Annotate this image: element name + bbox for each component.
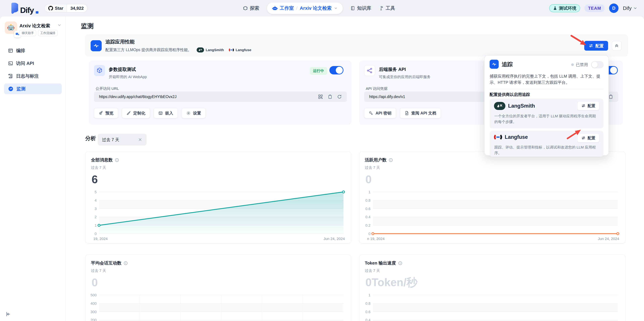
document-icon (404, 111, 409, 115)
pulse-icon (93, 42, 99, 49)
svg-text:400: 400 (90, 301, 97, 306)
dify-logo[interactable]: Dify (10, 2, 38, 14)
svg-text:0: 0 (95, 232, 97, 236)
logo-underscore (36, 11, 38, 13)
provider-desc: 一个全方位的开发者平台，适用于 LLM 驱动应用程序生命周期的每个步骤。 (494, 113, 599, 125)
chart-total-value: 6 (92, 171, 98, 187)
webapp-toggle[interactable] (330, 66, 344, 74)
sidebar-item-orchestrate[interactable]: 编排 (4, 45, 62, 56)
langsmith-config-button[interactable]: 配置 (577, 101, 599, 110)
app-name[interactable]: Arxiv 论文检索 (20, 23, 55, 29)
public-url-value[interactable]: https://dev.udify.app/chat/6togyEHYtbEOv… (99, 94, 318, 99)
webapp-card-title: 参数提取测试 (109, 66, 136, 72)
nav-explore[interactable]: 探索 (243, 5, 259, 11)
api-key-button[interactable]: API 密钥 (364, 108, 396, 118)
langfuse-chip: Langfuse (229, 47, 251, 52)
svg-text:0: 0 (368, 232, 370, 236)
banner-collapse-button[interactable] (612, 41, 622, 51)
chevron-down-icon[interactable] (58, 23, 62, 27)
nav-tools[interactable]: 工具 (379, 5, 395, 11)
langfuse-label: Langfuse (236, 48, 251, 52)
sidebar-collapse-button[interactable] (4, 310, 12, 318)
settings-label: 设置 (193, 110, 201, 116)
tracing-status-label: 已禁用 (576, 62, 588, 67)
info-icon (388, 158, 393, 162)
breadcrumb-slash: / (296, 6, 297, 11)
token-speed-chart: 0 0.2 0.4 0.6 0.8 1 (363, 293, 621, 321)
close-icon[interactable] (138, 137, 142, 142)
robot-icon (272, 6, 278, 11)
tracing-section-label: 配置提供商以启用追踪 (490, 92, 530, 97)
nav-studio[interactable]: 工作室 (272, 5, 294, 11)
sliders-icon (581, 136, 586, 140)
banner-config-button[interactable]: 配置 (584, 41, 608, 51)
refresh-icon[interactable] (337, 94, 342, 99)
tracing-toggle[interactable] (591, 61, 604, 68)
chart-total-value: 0 (366, 171, 372, 187)
sidebar-item-monitoring[interactable]: 监测 (4, 83, 62, 94)
sidebar-item-logs[interactable]: 日志与标注 (4, 71, 62, 81)
nav-knowledge[interactable]: 知识库 (350, 5, 371, 11)
banner-desc: 配置第三方 LLMOps 提供商并跟踪应用程序性能。 (106, 47, 192, 52)
key-icon (369, 111, 373, 115)
sidebar-item-label: 日志与标注 (16, 73, 39, 79)
customize-button[interactable]: 定制化 (122, 108, 150, 118)
api-docs-button[interactable]: 查阅 API 文档 (400, 108, 441, 118)
info-icon (124, 261, 128, 265)
tracing-title: 追踪 (502, 61, 513, 68)
period-filter[interactable]: 过去 7 天 (98, 134, 147, 145)
chart-title: 全部消息数 (91, 157, 113, 163)
page-title: 监测 (81, 22, 94, 30)
embed-button[interactable]: 嵌入 (154, 108, 178, 118)
chevron-down-icon[interactable] (334, 6, 338, 10)
svg-text:200: 200 (90, 318, 97, 321)
langfuse-config-button[interactable]: 配置 (577, 133, 599, 142)
github-star-badge[interactable]: Star 34,922 (44, 4, 88, 12)
sidebar-item-api[interactable]: 访问 API (4, 58, 62, 69)
banner-title: 追踪应用性能 (106, 38, 134, 45)
webapp-card-icon (94, 65, 105, 76)
nav-current-app[interactable]: Arxiv 论文检索 (300, 5, 332, 11)
layout-icon (8, 48, 13, 53)
langsmith-chip: LangSmith (197, 47, 224, 52)
api-key-label: API 密钥 (376, 110, 392, 116)
public-url-label: 公开访问 URL (96, 86, 119, 91)
provider-desc: 跟踪、评估、提示管理和指标，以调试和改进您的 LLM 应用程序。 (494, 144, 599, 156)
app-tag-workflow: 工作流编排 (38, 30, 58, 36)
embed-code-icon (158, 111, 163, 115)
svg-text:0.6: 0.6 (365, 207, 370, 211)
svg-text:Jun 24, 2024: Jun 24, 2024 (598, 237, 619, 241)
sidebar-menu: 编排 访问 API 日志与标注 监测 (4, 45, 62, 94)
banner-config-label: 配置 (595, 43, 604, 49)
chart-title: 活跃用户数 (365, 157, 386, 163)
chart-title: Token 输出速度 (365, 260, 396, 266)
copy-icon[interactable] (608, 94, 613, 99)
public-url-bar: https://dev.udify.app/chat/6togyEHYtbEOv… (94, 91, 347, 102)
preview-button[interactable]: 预览 (94, 108, 118, 118)
qr-code-icon[interactable] (318, 94, 323, 99)
chart-total-value: 0 (92, 275, 98, 290)
settings-button[interactable]: 设置 (182, 108, 206, 118)
hammer-icon (379, 6, 384, 10)
nav-studio-pill[interactable]: 工作室 / Arxiv 论文检索 (267, 2, 343, 14)
chart-subtitle: 过去 7 天 (91, 165, 106, 170)
cube-icon (96, 67, 103, 74)
avatar[interactable]: D (609, 3, 618, 13)
flask-icon (553, 6, 557, 10)
gear-icon (186, 111, 190, 115)
config-label: 配置 (588, 135, 595, 141)
svg-text:n 19, 2024: n 19, 2024 (367, 237, 384, 241)
langfuse-logo (229, 47, 234, 52)
chart-card-avg-interactions: 平均会话互动数 过去 7 天 0 0 100 200 300 400 500 (85, 255, 351, 321)
svg-text:Jun 24, 2024: Jun 24, 2024 (324, 237, 345, 241)
svg-text:500: 500 (90, 293, 97, 297)
tracing-status: 已禁用 (571, 62, 588, 67)
svg-text:0.4: 0.4 (365, 318, 370, 321)
book-icon (350, 6, 355, 10)
account-menu[interactable]: Dify (623, 5, 637, 11)
chart-card-active-users: 活跃用户数 过去 7 天 0 0 0.2 0.4 0.6 0.8 1n 19, … (359, 151, 626, 243)
copy-icon[interactable] (328, 94, 332, 99)
preview-label: 预览 (106, 110, 114, 116)
svg-text:1: 1 (95, 223, 97, 228)
logo-text: Dify (20, 6, 34, 14)
